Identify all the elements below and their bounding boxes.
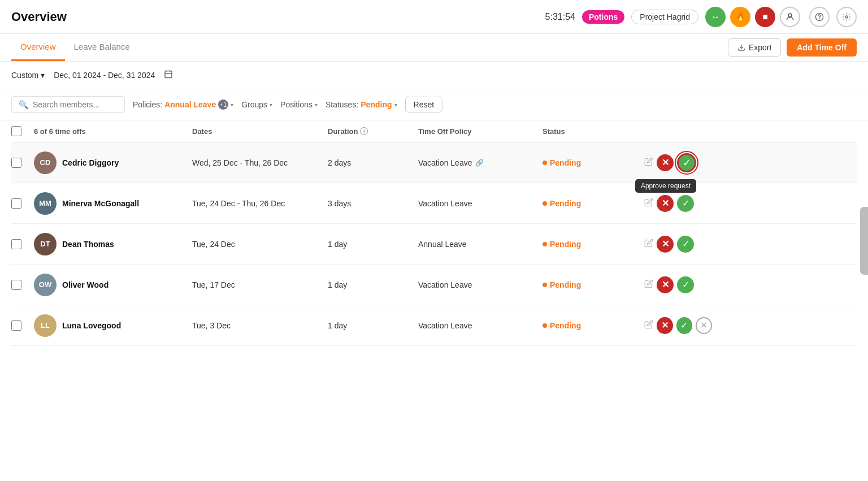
edit-icon[interactable]: [644, 320, 653, 331]
edit-icon[interactable]: [644, 239, 653, 250]
potions-badge[interactable]: Potions: [582, 10, 624, 24]
svg-rect-5: [165, 71, 172, 78]
member-cell: DT Dean Thomas: [34, 233, 192, 255]
positions-chevron: ▾: [315, 102, 318, 108]
policies-value: Annual Leave: [164, 100, 216, 109]
custom-period-dropdown[interactable]: Custom ▾: [11, 71, 45, 80]
groups-filter[interactable]: Groups ▾: [241, 100, 272, 109]
status-cell: Pending: [542, 240, 644, 249]
custom-chevron: ▾: [41, 71, 45, 80]
reject-button[interactable]: ✕: [657, 317, 673, 334]
policy-name: Vacation Leave: [418, 280, 472, 289]
duration-cell: 1 day: [328, 321, 418, 330]
date-cell: Tue, 24 Dec: [192, 240, 328, 249]
svg-point-2: [819, 19, 820, 19]
header-summary-col: 6 of 6 time offs: [34, 126, 192, 136]
reject-button[interactable]: ✕: [657, 195, 674, 212]
statuses-filter[interactable]: Statuses: Pending ▾: [326, 100, 397, 109]
calendar-icon[interactable]: [164, 70, 173, 81]
tab-actions: Export Add Time Off: [728, 38, 857, 57]
tab-overview[interactable]: Overview: [11, 34, 65, 61]
status-cell: Pending: [542, 158, 644, 167]
tabs-bar: Overview Leave Balance Export Add Time O…: [0, 34, 868, 62]
status-dot: [542, 161, 547, 165]
attachment-icon[interactable]: 🔗: [475, 159, 484, 167]
date-cell: Wed, 25 Dec - Thu, 26 Dec: [192, 158, 328, 167]
header-duration-col: Duration i: [328, 126, 418, 136]
help-icon[interactable]: [809, 7, 830, 27]
reject-button[interactable]: ✕: [657, 276, 674, 293]
select-all-checkbox[interactable]: [11, 126, 21, 136]
approve-button[interactable]: ✓: [677, 195, 694, 212]
approve-button[interactable]: ✓: [677, 236, 694, 253]
date-cell: Tue, 17 Dec: [192, 280, 328, 289]
reject-button[interactable]: ✕: [657, 154, 674, 171]
table-header-row: 6 of 6 time offs Dates Duration i Time O…: [11, 120, 857, 142]
table-row: LL Luna Lovegood Tue, 3 Dec 1 day Vacati…: [11, 305, 857, 346]
settings-icon[interactable]: [836, 7, 857, 27]
edit-icon[interactable]: [644, 198, 653, 209]
reject-button[interactable]: ✕: [657, 236, 674, 253]
row-checkbox-cell: [11, 320, 34, 331]
approve-btn-wrapper: ✓ Approve request: [677, 153, 696, 172]
statuses-chevron: ▾: [394, 102, 397, 108]
avatar-outline[interactable]: [780, 7, 800, 27]
member-name: Luna Lovegood: [62, 321, 121, 330]
add-time-off-button[interactable]: Add Time Off: [787, 38, 857, 57]
custom-label: Custom: [11, 71, 38, 80]
row-checkbox-cell: [11, 239, 34, 249]
row-checkbox[interactable]: [11, 280, 21, 290]
member-avatar: LL: [34, 314, 57, 337]
member-avatar: OW: [34, 274, 57, 296]
time-off-count: 6 of 6 time offs: [34, 127, 86, 136]
search-box[interactable]: 🔍: [11, 96, 125, 113]
positions-label: Positions: [280, 100, 313, 109]
policy-cell: Annual Leave: [418, 240, 542, 249]
policy-label: Time Off Policy: [418, 127, 471, 136]
policy-cell: Vacation Leave: [418, 199, 542, 208]
row-checkbox[interactable]: [11, 239, 21, 249]
reset-button[interactable]: Reset: [405, 97, 443, 112]
groups-chevron: ▾: [270, 102, 272, 108]
search-icon: 🔍: [19, 100, 28, 109]
status-dot: [542, 242, 547, 246]
avatar-orange[interactable]: 🔥: [730, 7, 750, 27]
page-title: Overview: [11, 10, 67, 24]
policies-filter[interactable]: Policies: Annual Leave +1 ▾: [133, 99, 233, 110]
scrollbar[interactable]: [860, 207, 868, 275]
approve-button[interactable]: ✓: [677, 153, 696, 172]
statuses-value: Pending: [361, 100, 392, 109]
duration-info-icon[interactable]: i: [360, 127, 368, 135]
tab-leave-balance[interactable]: Leave Balance: [65, 34, 139, 61]
export-button[interactable]: Export: [728, 38, 781, 57]
dates-label: Dates: [192, 127, 212, 136]
project-selector[interactable]: Project Hagrid: [631, 10, 698, 24]
positions-filter[interactable]: Positions ▾: [280, 100, 318, 109]
approve-button[interactable]: ✓: [677, 276, 694, 293]
member-cell: MM Minerva McGonagall: [34, 192, 192, 215]
status-cell: Pending: [542, 199, 644, 208]
avatar-green[interactable]: ↔: [705, 7, 726, 27]
avatar-red[interactable]: ■: [755, 7, 775, 27]
row-checkbox[interactable]: [11, 158, 21, 168]
member-cell: CD Cedric Diggory: [34, 151, 192, 174]
date-range-display: Dec, 01 2024 - Dec, 31 2024: [54, 71, 155, 80]
policy-cell: Vacation Leave: [418, 280, 542, 289]
approve-button[interactable]: ✓: [676, 317, 693, 334]
row-checkbox[interactable]: [11, 320, 21, 331]
edit-icon[interactable]: [644, 279, 653, 291]
groups-label: Groups: [241, 100, 267, 109]
row-checkbox[interactable]: [11, 198, 21, 209]
svg-point-0: [788, 14, 792, 17]
duration-cell: 3 days: [328, 199, 418, 208]
cancel-button[interactable]: ✕: [696, 317, 712, 334]
member-name: Dean Thomas: [62, 240, 114, 249]
policies-count-badge: +1: [218, 99, 228, 110]
edit-icon[interactable]: [644, 157, 653, 168]
status-dot: [542, 283, 547, 287]
row-actions: ✕ ✓: [644, 236, 712, 253]
status-label: Status: [542, 127, 565, 136]
search-input[interactable]: [33, 100, 118, 109]
app-header: Overview 5:31:54 Potions Project Hagrid …: [0, 0, 868, 34]
member-avatar: MM: [34, 192, 57, 215]
